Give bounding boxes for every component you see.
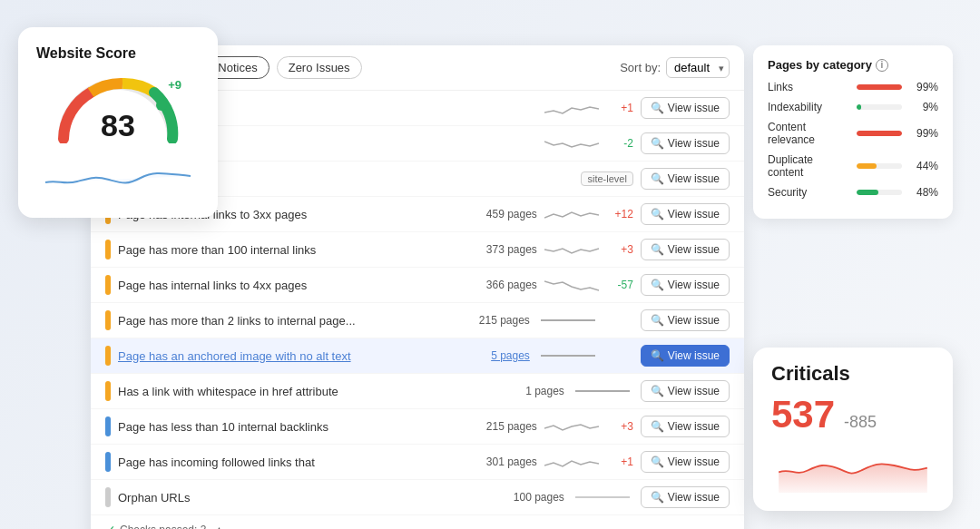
search-icon-12: 🔍 (651, 491, 664, 504)
sparkline-4 (544, 205, 599, 223)
category-row-links: Links 99% (768, 81, 938, 93)
category-pct-indexability: 9% (909, 101, 938, 113)
view-issue-btn-9[interactable]: 🔍 View issue (641, 380, 730, 402)
category-bar-indexability (857, 104, 861, 110)
dash-7 (541, 319, 595, 321)
view-issue-btn-10[interactable]: 🔍 View issue (641, 416, 730, 437)
view-issue-btn-3[interactable]: 🔍 View issue (641, 168, 730, 190)
main-container: Opportunities Notices Zero Issues Sort b… (0, 0, 980, 529)
delta-1: +1 (606, 102, 633, 114)
filter-zero-issues[interactable]: Zero Issues (277, 56, 362, 79)
view-issue-btn-1[interactable]: 🔍 View issue (641, 97, 730, 119)
category-bar-links-bg (857, 84, 902, 90)
indicator-orange-8 (105, 346, 111, 366)
criticals-title: Criticals (771, 362, 935, 386)
issue-row-11: Page has incoming followed links that 30… (91, 445, 744, 480)
website-score-card: Website Score 83 +9 (18, 27, 218, 218)
category-row-security: Security 48% (768, 186, 938, 199)
category-name-duplicate: Duplicate content (768, 153, 849, 179)
indicator-blue-11 (105, 452, 111, 472)
pages-count-6: 366 pages (486, 279, 537, 291)
view-issue-btn-2[interactable]: 🔍 View issue (641, 132, 730, 154)
pages-count-5: 373 pages (486, 243, 537, 256)
issue-row-6: Page has internal links to 4xx pages 366… (91, 268, 744, 303)
delta-10: +3 (606, 420, 633, 433)
category-row-indexability: Indexability 9% (768, 101, 938, 113)
category-bar-duplicate-bg (857, 163, 902, 169)
category-pct-links: 99% (909, 81, 938, 93)
search-icon-1: 🔍 (651, 102, 664, 114)
category-row-duplicate: Duplicate content 44% (768, 153, 938, 179)
criticals-number: 537 (771, 393, 835, 436)
score-sparkline (36, 160, 200, 196)
view-issue-btn-4[interactable]: 🔍 View issue (641, 203, 730, 225)
info-icon[interactable]: i (876, 59, 888, 72)
sparkline-10 (544, 417, 599, 436)
checks-passed-row: ✓ Checks passed: 3 ▲ (91, 515, 744, 529)
category-bar-indexability-bg (857, 104, 902, 110)
criticals-sparkline (771, 447, 935, 493)
sparkline-5 (544, 240, 599, 259)
search-icon-8: 🔍 (651, 349, 664, 362)
dash-8 (541, 355, 595, 357)
sparkline-11 (544, 453, 599, 471)
issue-text-9: Has a link with whitespace in href attri… (118, 385, 518, 398)
issue-row-12: Orphan URLs 100 pages 🔍 View issue (91, 480, 744, 515)
search-icon-4: 🔍 (651, 208, 664, 220)
delta-6: -57 (606, 279, 633, 291)
delta-5: +3 (606, 243, 633, 256)
check-icon: ✓ (105, 523, 116, 529)
checks-passed-toggle[interactable]: ▲ (213, 524, 224, 529)
issue-text-8[interactable]: Page has an anchored image with no alt t… (118, 349, 484, 363)
category-bar-content (857, 131, 902, 136)
view-issue-btn-11[interactable]: 🔍 View issue (641, 451, 730, 473)
category-name-security: Security (768, 186, 849, 199)
site-level-badge: site-level (581, 171, 632, 186)
pages-count-8[interactable]: 5 pages (491, 349, 530, 362)
category-bar-security (857, 190, 878, 195)
sort-select[interactable]: default pages delta (666, 57, 730, 78)
view-issue-btn-8[interactable]: 🔍 View issue (641, 345, 730, 367)
view-issue-btn-6[interactable]: 🔍 View issue (641, 274, 730, 296)
issue-row-7: Page has more than 2 links to internal p… (91, 303, 744, 338)
category-bar-duplicate (857, 163, 877, 169)
sort-label: Sort by: (620, 61, 661, 74)
view-issue-btn-7[interactable]: 🔍 View issue (641, 309, 730, 331)
category-name-content: Content relevance (768, 121, 849, 146)
category-pct-duplicate: 44% (909, 160, 938, 172)
pages-count-10: 215 pages (486, 420, 537, 433)
category-name-links: Links (768, 81, 849, 93)
issue-text-5: Page has more than 100 internal links (118, 243, 479, 257)
pages-count-9: 1 pages (525, 385, 564, 397)
criticals-card: Criticals 537 -885 (753, 348, 953, 511)
search-icon-7: 🔍 (651, 314, 664, 327)
sparkline-2 (544, 134, 599, 152)
score-number: 83 (101, 108, 135, 143)
search-icon-11: 🔍 (651, 456, 664, 468)
category-pct-content: 99% (909, 127, 938, 140)
indicator-orange-9 (105, 381, 111, 401)
sort-section: Sort by: default pages delta (620, 57, 730, 78)
issue-row-9: Has a link with whitespace in href attri… (91, 374, 744, 409)
search-icon-5: 🔍 (651, 243, 664, 256)
sparkline-6 (544, 276, 599, 294)
issue-text-11: Page has incoming followed links that (118, 456, 479, 469)
criticals-count-row: 537 -885 (771, 393, 935, 436)
pages-count-12: 100 pages (514, 491, 564, 504)
score-delta: +9 (168, 78, 181, 92)
indicator-orange-5 (105, 240, 111, 260)
view-issue-btn-12[interactable]: 🔍 View issue (641, 486, 730, 508)
delta-2: -2 (606, 137, 633, 150)
dash-9 (575, 390, 630, 392)
category-bar-security-bg (857, 190, 902, 195)
issue-text-6: Page has internal links to 4xx pages (118, 279, 479, 292)
pages-count-4: 459 pages (486, 208, 537, 220)
delta-11: +1 (606, 456, 633, 468)
issue-row-8: Page has an anchored image with no alt t… (91, 338, 744, 374)
indicator-orange-7 (105, 310, 111, 330)
category-title: Pages by category (768, 58, 872, 72)
issue-text-10: Page has less than 10 internal backlinks (118, 420, 479, 434)
indicator-gray-12 (105, 487, 111, 507)
search-icon-10: 🔍 (651, 420, 664, 433)
view-issue-btn-5[interactable]: 🔍 View issue (641, 239, 730, 260)
